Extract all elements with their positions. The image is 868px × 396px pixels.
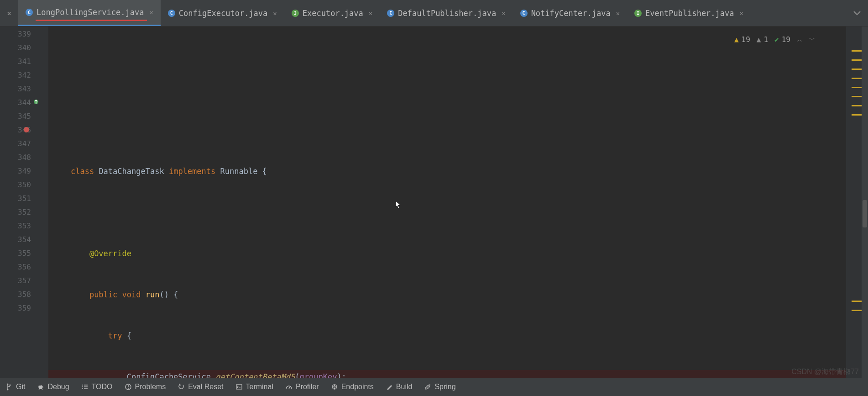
- interface-icon: I: [634, 10, 642, 17]
- line-number-gutter[interactable]: 339 340 341 342 343 344 345 346 347 348 …: [0, 26, 41, 378]
- svg-point-3: [10, 385, 11, 386]
- line-number: 347: [0, 137, 31, 151]
- line-number: 354: [0, 233, 31, 247]
- problems-toolwindow-button[interactable]: Problems: [125, 383, 166, 391]
- svg-point-1: [7, 384, 9, 385]
- svg-point-4: [39, 385, 42, 389]
- profiler-toolwindow-button[interactable]: Profiler: [285, 383, 319, 391]
- todo-toolwindow-button[interactable]: TODO: [81, 383, 113, 391]
- next-highlight-icon[interactable]: ﹀: [809, 33, 815, 47]
- line-number: 341: [0, 55, 31, 69]
- build-toolwindow-button[interactable]: Build: [386, 383, 413, 391]
- git-toolwindow-button[interactable]: Git: [5, 383, 25, 391]
- tabs-overflow-icon[interactable]: [846, 9, 868, 17]
- ok-count: 19: [782, 33, 790, 47]
- tab-label: EventPublisher.java: [645, 9, 734, 18]
- tool-window-bar: Git Debug TODO Problems Eval Reset Termi…: [0, 378, 868, 396]
- scroll-thumb[interactable]: [863, 200, 867, 227]
- tab-longpollingservice[interactable]: C LongPollingService.java ✕: [18, 0, 161, 26]
- close-icon[interactable]: ✕: [740, 10, 743, 17]
- endpoints-toolwindow-button[interactable]: Endpoints: [331, 383, 374, 391]
- watermark-text: CSDN @海带青椒77: [791, 367, 859, 377]
- close-icon[interactable]: ✕: [273, 10, 277, 17]
- tab-defaultpublisher[interactable]: C DefaultPublisher.java ✕: [380, 0, 512, 26]
- eval-reset-button[interactable]: Eval Reset: [178, 383, 223, 391]
- line-number: 342: [0, 69, 31, 82]
- debug-toolwindow-button[interactable]: Debug: [37, 383, 69, 391]
- line-number: 350: [0, 178, 31, 192]
- breakpoint-icon[interactable]: [24, 127, 29, 132]
- spring-toolwindow-button[interactable]: Spring: [424, 383, 455, 391]
- class-icon: C: [168, 10, 175, 17]
- tab-eventpublisher[interactable]: I EventPublisher.java ✕: [627, 0, 751, 26]
- warning-icon: ▲: [734, 33, 739, 47]
- line-number: 353: [0, 219, 31, 233]
- line-number: 339: [0, 27, 31, 41]
- line-number: 355: [0, 247, 31, 260]
- line-number: 343: [0, 82, 31, 96]
- class-icon: C: [387, 10, 394, 17]
- leaf-icon: [424, 383, 431, 391]
- fold-column[interactable]: [41, 26, 48, 378]
- gauge-icon: [285, 383, 293, 391]
- weak-warning-count: 1: [763, 33, 768, 47]
- bug-icon: [37, 383, 44, 391]
- tab-configexecutor[interactable]: C ConfigExecutor.java ✕: [161, 0, 284, 26]
- line-number: 351: [0, 192, 31, 206]
- tab-label: Executor.java: [303, 9, 363, 18]
- inspection-summary[interactable]: ▲19 ▲1 ✔19 ︿ ﹀: [731, 31, 819, 48]
- line-number: 340: [0, 41, 31, 55]
- git-branch-icon: [5, 383, 13, 391]
- line-number: 359: [0, 301, 31, 315]
- tab-executor[interactable]: I Executor.java ✕: [284, 0, 380, 26]
- weak-warning-icon: ▲: [757, 33, 761, 47]
- warning-count: 19: [742, 33, 750, 47]
- class-icon: C: [26, 9, 33, 16]
- line-number: 356: [0, 260, 31, 274]
- prev-highlight-icon[interactable]: ︿: [797, 33, 803, 47]
- close-icon[interactable]: ✕: [502, 10, 505, 17]
- tab-notifycenter[interactable]: C NotifyCenter.java ✕: [513, 0, 627, 26]
- terminal-icon: [235, 383, 243, 391]
- tab-label: LongPollingService.java: [37, 8, 144, 17]
- editor-tabs-bar: ✕ C LongPollingService.java ✕ C ConfigEx…: [0, 0, 868, 26]
- svg-rect-6: [236, 385, 242, 389]
- editor-area: 339 340 341 342 343 344 345 346 347 348 …: [0, 26, 868, 378]
- list-icon: [81, 383, 89, 391]
- svg-point-2: [7, 389, 9, 391]
- class-icon: C: [520, 10, 528, 17]
- close-icon[interactable]: ✕: [616, 10, 620, 17]
- check-icon: ✔: [774, 33, 779, 47]
- line-number: 348: [0, 151, 31, 164]
- tab-label: ConfigExecutor.java: [179, 9, 267, 18]
- undo-icon: [178, 383, 185, 391]
- globe-icon: [331, 383, 338, 391]
- close-icon[interactable]: ✕: [369, 10, 372, 17]
- red-underline-annotation: [36, 20, 147, 21]
- line-number: 349: [0, 164, 31, 178]
- tab-label: NotifyCenter.java: [531, 9, 611, 18]
- interface-icon: I: [292, 10, 299, 17]
- override-marker-icon[interactable]: [33, 99, 39, 105]
- line-number: 357: [0, 274, 31, 288]
- vertical-scrollbar[interactable]: [862, 26, 868, 378]
- line-number: 344: [0, 96, 31, 110]
- line-number: 352: [0, 206, 31, 219]
- close-icon[interactable]: ✕: [149, 9, 153, 16]
- line-number: 345: [0, 110, 31, 123]
- terminal-toolwindow-button[interactable]: Terminal: [235, 383, 273, 391]
- hammer-icon: [386, 383, 393, 391]
- code-editor[interactable]: ▲19 ▲1 ✔19 ︿ ﹀ class DataChangeTask impl…: [48, 26, 846, 378]
- warning-circle-icon: [125, 383, 132, 391]
- tab-label: DefaultPublisher.java: [398, 9, 496, 18]
- line-number: 358: [0, 288, 31, 301]
- close-all-tabs-icon[interactable]: ✕: [0, 0, 18, 26]
